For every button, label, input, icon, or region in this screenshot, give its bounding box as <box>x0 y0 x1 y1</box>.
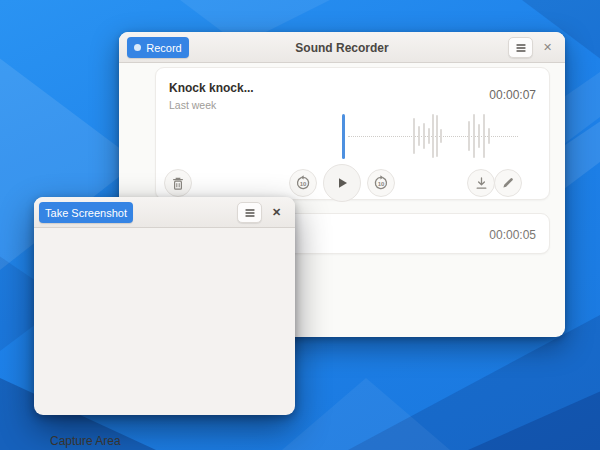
skip-forward-10-button[interactable]: 10 <box>367 169 395 197</box>
waveform-bar <box>436 115 438 157</box>
save-recording-button[interactable] <box>467 169 495 197</box>
recording-name: Knock knock... <box>169 81 254 95</box>
skip-backwards-10-icon: 10 <box>295 175 311 191</box>
waveform-bar <box>440 129 442 143</box>
trash-icon <box>171 176 185 191</box>
waveform-bar <box>478 124 480 148</box>
skip-forward-10-icon: 10 <box>373 175 389 191</box>
skip-backwards-10-button[interactable]: 10 <box>289 169 317 197</box>
waveform-bar <box>468 121 470 151</box>
recording2-duration: 00:00:05 <box>489 214 536 255</box>
hamburger-menu-icon <box>514 41 528 55</box>
waveform-bar <box>432 114 434 158</box>
waveform-bar <box>413 118 415 154</box>
svg-text:10: 10 <box>300 181 307 187</box>
record-button[interactable]: Record <box>127 37 189 58</box>
download-icon <box>474 176 489 191</box>
svg-text:10: 10 <box>378 181 385 187</box>
pencil-icon <box>501 176 515 190</box>
screenshot-close-button[interactable]: ✕ <box>272 197 281 228</box>
screenshot-dialog: Take Screenshot ✕ Capture Area Screen <box>34 197 295 415</box>
screenshot-menu-button[interactable] <box>237 202 262 223</box>
capture-area-label: Capture Area <box>50 434 121 448</box>
play-button[interactable] <box>323 164 361 202</box>
take-screenshot-button[interactable]: Take Screenshot <box>39 202 133 223</box>
close-icon: ✕ <box>543 41 552 54</box>
waveform-bar <box>483 114 485 158</box>
primary-menu-button[interactable] <box>508 37 533 58</box>
waveform-bar <box>423 123 425 149</box>
sound-recorder-headerbar: Sound Recorder Record ✕ <box>119 32 565 63</box>
recording-date: Last week <box>169 99 216 111</box>
close-button[interactable]: ✕ <box>543 32 552 63</box>
waveform-bar <box>418 126 420 146</box>
close-icon: ✕ <box>272 206 281 219</box>
waveform-bar <box>428 128 430 144</box>
waveform-bar <box>488 128 490 144</box>
record-dot-icon <box>134 44 141 51</box>
waveform-baseline <box>348 136 518 137</box>
play-icon <box>334 175 350 191</box>
record-button-label: Record <box>146 42 181 54</box>
take-screenshot-label: Take Screenshot <box>45 207 127 219</box>
recording-duration: 00:00:07 <box>489 88 536 102</box>
playhead-cursor <box>342 114 345 159</box>
delete-recording-button[interactable] <box>164 169 192 197</box>
rename-recording-button[interactable] <box>494 169 522 197</box>
screenshot-headerbar: Take Screenshot ✕ <box>34 197 295 228</box>
hamburger-menu-icon <box>243 206 257 220</box>
recording-row-expanded[interactable]: Knock knock... Last week 00:00:07 10 <box>155 67 550 200</box>
waveform-bar <box>473 114 475 158</box>
